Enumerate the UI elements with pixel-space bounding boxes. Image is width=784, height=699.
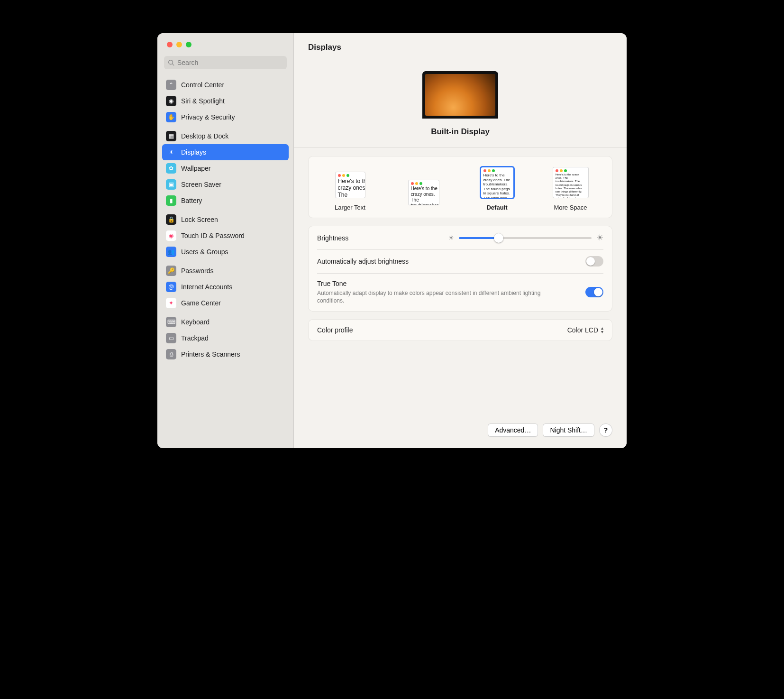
screensaver-icon: ▣ xyxy=(166,179,176,190)
zoom-window-button[interactable] xyxy=(186,42,191,47)
brightness-label: Brightness xyxy=(317,234,448,242)
trackpad-icon: ▭ xyxy=(166,333,176,343)
sidebar-item-label: Internet Accounts xyxy=(181,283,232,291)
color-profile-card: Color profile Color LCD ▴▾ xyxy=(308,319,612,341)
dock-icon: ▦ xyxy=(166,131,176,141)
advanced-button[interactable]: Advanced… xyxy=(488,423,538,437)
search-field[interactable] xyxy=(164,56,287,69)
sidebar-item-control-center[interactable]: ⌃Control Center xyxy=(162,77,289,93)
sidebar-item-label: Game Center xyxy=(181,299,221,307)
sidebar-item-touch-id-password[interactable]: ◉Touch ID & Password xyxy=(162,228,289,244)
sidebar-item-passwords[interactable]: 🔑Passwords xyxy=(162,263,289,279)
resolution-option-label: Default xyxy=(460,204,534,211)
sidebar-nav: ⌃Control Center◉Siri & Spotlight✋Privacy… xyxy=(157,74,293,362)
sidebar-item-label: Screen Saver xyxy=(181,181,221,188)
display-preview: Built-in Display xyxy=(294,57,627,147)
hand-icon: ✋ xyxy=(166,112,176,122)
users-icon: 👥 xyxy=(166,247,176,257)
battery-icon: ▮ xyxy=(166,195,176,206)
true-tone-row: True Tone Automatically adapt display to… xyxy=(309,273,612,311)
sidebar-item-privacy-security[interactable]: ✋Privacy & Security xyxy=(162,109,289,125)
system-settings-window: ⌃Control Center◉Siri & Spotlight✋Privacy… xyxy=(157,33,627,448)
resolution-thumb-icon: Here's to the crazy ones. The troublemak… xyxy=(408,180,439,205)
resolution-thumb-icon: Here's to the crazy ones. The troublemak… xyxy=(335,172,365,198)
resolution-option-1[interactable]: Here's to the crazy ones. The troublemak… xyxy=(387,180,460,205)
sidebar-item-label: Control Center xyxy=(181,81,224,89)
sidebar-item-label: Displays xyxy=(181,148,206,156)
resolution-option-3[interactable]: Here's to the crazy ones. The troublemak… xyxy=(534,167,607,211)
sidebar-item-printers-scanners[interactable]: ⎙Printers & Scanners xyxy=(162,346,289,362)
wallpaper-icon: ✿ xyxy=(166,163,176,174)
brightness-slider[interactable] xyxy=(459,237,592,239)
true-tone-label: True Tone xyxy=(317,280,585,287)
resolution-thumb-icon: Here's to the crazy ones. The troublemak… xyxy=(553,167,589,198)
laptop-icon xyxy=(422,71,498,119)
sidebar-item-trackpad[interactable]: ▭Trackpad xyxy=(162,330,289,346)
sidebar-item-battery[interactable]: ▮Battery xyxy=(162,193,289,209)
brightness-low-icon: ☀ xyxy=(448,234,454,241)
chevron-up-down-icon: ▴▾ xyxy=(601,326,603,334)
minimize-window-button[interactable] xyxy=(176,42,182,47)
close-window-button[interactable] xyxy=(167,42,173,47)
sidebar-item-screen-saver[interactable]: ▣Screen Saver xyxy=(162,176,289,193)
sidebar-item-label: Desktop & Dock xyxy=(181,132,228,140)
true-tone-description: Automatically adapt display to make colo… xyxy=(317,289,564,304)
main-pane: Displays Built-in Display Here's to the … xyxy=(294,33,627,448)
color-profile-row: Color profile Color LCD ▴▾ xyxy=(309,320,612,340)
auto-brightness-label: Automatically adjust brightness xyxy=(317,258,585,265)
brightness-knob[interactable] xyxy=(494,233,503,243)
sidebar-item-lock-screen[interactable]: 🔒Lock Screen xyxy=(162,212,289,228)
control-center-icon: ⌃ xyxy=(166,80,176,90)
sidebar-item-displays[interactable]: ☀Displays xyxy=(162,144,289,160)
help-button[interactable]: ? xyxy=(599,423,612,437)
search-icon xyxy=(168,59,174,66)
color-profile-select[interactable]: Color LCD ▴▾ xyxy=(567,326,603,334)
color-profile-label: Color profile xyxy=(317,326,567,334)
resolution-card: Here's to the crazy ones. The troublemak… xyxy=(308,156,612,218)
auto-brightness-row: Automatically adjust brightness xyxy=(309,249,612,273)
sidebar-item-label: Users & Groups xyxy=(181,248,228,256)
sidebar-item-siri-spotlight[interactable]: ◉Siri & Spotlight xyxy=(162,93,289,109)
sidebar-item-label: Keyboard xyxy=(181,318,210,326)
sidebar-item-label: Lock Screen xyxy=(181,216,218,223)
fingerprint-icon: ◉ xyxy=(166,230,176,241)
page-title: Displays xyxy=(294,33,627,57)
sidebar-item-label: Printers & Scanners xyxy=(181,350,240,358)
brightness-card: Brightness ☀ ☀ Automatically adjust brig… xyxy=(308,226,612,312)
lock-icon: 🔒 xyxy=(166,214,176,225)
siri-icon: ◉ xyxy=(166,96,176,106)
resolution-thumb-icon: Here's to the crazy ones. The troublemak… xyxy=(481,167,514,198)
sidebar-item-label: Touch ID & Password xyxy=(181,232,245,239)
gamecenter-icon: ✦ xyxy=(166,298,176,308)
sidebar-item-game-center[interactable]: ✦Game Center xyxy=(162,295,289,311)
brightness-high-icon: ☀ xyxy=(596,233,603,243)
resolution-option-2[interactable]: Here's to the crazy ones. The troublemak… xyxy=(460,167,534,211)
search-input[interactable] xyxy=(177,59,283,66)
sidebar-item-internet-accounts[interactable]: @Internet Accounts xyxy=(162,279,289,295)
brightness-row: Brightness ☀ ☀ xyxy=(309,226,612,249)
at-icon: @ xyxy=(166,282,176,292)
auto-brightness-toggle[interactable] xyxy=(585,256,603,267)
printer-icon: ⎙ xyxy=(166,349,176,359)
sidebar-item-label: Passwords xyxy=(181,267,213,275)
display-name: Built-in Display xyxy=(294,127,627,137)
sidebar-item-label: Privacy & Security xyxy=(181,113,235,121)
sidebar-item-keyboard[interactable]: ⌨Keyboard xyxy=(162,314,289,330)
resolution-option-label: More Space xyxy=(534,204,607,211)
sidebar-item-label: Siri & Spotlight xyxy=(181,97,225,105)
resolution-option-0[interactable]: Here's to the crazy ones. The troublemak… xyxy=(313,172,387,211)
sidebar-item-wallpaper[interactable]: ✿Wallpaper xyxy=(162,160,289,176)
sidebar: ⌃Control Center◉Siri & Spotlight✋Privacy… xyxy=(157,33,294,448)
color-profile-value: Color LCD xyxy=(567,326,598,334)
window-controls xyxy=(157,33,293,47)
sidebar-item-users-groups[interactable]: 👥Users & Groups xyxy=(162,244,289,260)
sidebar-item-label: Trackpad xyxy=(181,334,209,342)
night-shift-button[interactable]: Night Shift… xyxy=(543,423,594,437)
sidebar-item-label: Wallpaper xyxy=(181,165,211,172)
sidebar-item-label: Battery xyxy=(181,197,202,204)
sidebar-item-desktop-dock[interactable]: ▦Desktop & Dock xyxy=(162,128,289,144)
svg-line-1 xyxy=(173,64,174,66)
true-tone-toggle[interactable] xyxy=(585,287,603,297)
resolution-option-label: Larger Text xyxy=(313,204,387,211)
keyboard-icon: ⌨ xyxy=(166,317,176,327)
